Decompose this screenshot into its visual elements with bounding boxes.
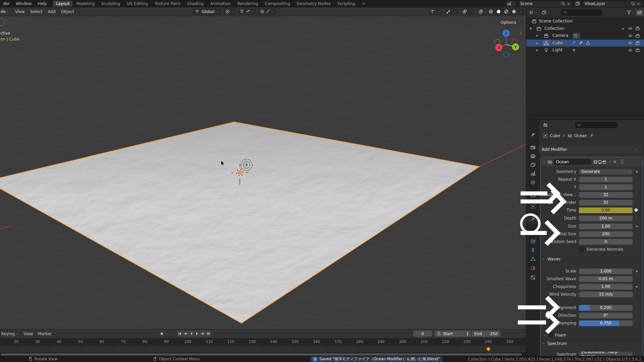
field-render[interactable]: 32 — [579, 200, 633, 205]
camera-restrict-icon[interactable] — [635, 34, 640, 38]
timeline-menu-marker[interactable]: Marker — [36, 331, 54, 336]
workspace-tab-rendering[interactable]: Rendering — [234, 1, 261, 7]
gizmos-toggle[interactable] — [445, 8, 459, 15]
workspace-tab--[interactable]: + — [359, 1, 368, 7]
frame-start-field[interactable]: Start 1 — [435, 330, 471, 337]
scene-selector[interactable]: Scene — [519, 1, 572, 7]
disclosure-down-icon[interactable]: ▼ — [530, 27, 532, 30]
viewport-menu-view[interactable]: View — [12, 9, 27, 14]
properties-tab-output[interactable] — [526, 152, 540, 161]
current-frame-field[interactable]: 0 — [413, 330, 432, 337]
outliner-search[interactable] — [561, 9, 602, 15]
outliner-row-cube[interactable]: ▶Cube — [526, 40, 644, 47]
outliner-filter-button[interactable] — [627, 10, 635, 15]
modifier-name-field[interactable]: Ocean — [554, 159, 591, 165]
chevron-down-icon[interactable] — [469, 8, 475, 15]
box-plus-icon[interactable] — [637, 10, 642, 15]
scene-icon[interactable] — [507, 1, 512, 6]
properties-tab-tool[interactable] — [526, 130, 540, 139]
close-x-icon[interactable] — [567, 2, 571, 6]
timeline-menu-view[interactable]: View — [21, 331, 35, 336]
dropdown-spectrum[interactable]: Established...harp Peaks) — [579, 352, 633, 356]
field-spatial-size[interactable]: 200 — [579, 231, 633, 237]
timeline-menu-keying[interactable]: Keying — [0, 331, 21, 336]
field-random-seed[interactable]: 0 — [579, 239, 633, 245]
topbar-menu-der[interactable]: der — [0, 1, 13, 6]
jump-to-end-button[interactable] — [206, 330, 211, 337]
options-button[interactable]: Options — [498, 19, 523, 26]
shade-solid-icon[interactable] — [495, 8, 502, 15]
properties-search-input[interactable] — [583, 123, 609, 127]
timeline-ruler[interactable]: 2030405060708090100110120130140150160170… — [0, 338, 526, 346]
transform-orientation-button[interactable]: Global — [193, 8, 221, 15]
workspace-tab-animation[interactable]: Animation — [207, 1, 234, 7]
prev-keyframe-button[interactable] — [183, 330, 189, 337]
eye-icon[interactable] — [628, 34, 633, 38]
close-x-icon[interactable] — [613, 160, 617, 164]
breadcrumb-modifier[interactable]: Ocean — [574, 133, 587, 138]
disclosure-right-icon[interactable]: ▶ — [536, 34, 538, 37]
camera-restrict-icon[interactable] — [635, 48, 640, 53]
outliner-row-scene-collection[interactable]: Scene Collection — [526, 18, 644, 25]
outliner-search-input[interactable] — [569, 10, 595, 15]
animate-decorator-dot[interactable] — [636, 226, 638, 227]
disclosure-right-icon[interactable]: ▶ — [536, 42, 538, 45]
eye-icon[interactable] — [628, 26, 633, 31]
chevron-down-icon[interactable] — [166, 332, 169, 336]
modifier-drag-handle[interactable] — [621, 160, 624, 164]
foam-checkbox[interactable] — [549, 333, 553, 338]
outliner-row-camera[interactable]: ▶Camera — [526, 32, 644, 39]
timeline-track[interactable] — [0, 346, 526, 353]
next-keyframe-button[interactable] — [200, 330, 206, 337]
chevron-down-icon[interactable] — [608, 160, 611, 164]
checkbox-generate-normals[interactable] — [580, 247, 584, 251]
animate-decorator-dot[interactable] — [636, 171, 638, 173]
close-x-icon[interactable] — [637, 2, 640, 6]
field-alignment[interactable]: 0.200 — [579, 305, 633, 311]
chevron-down-icon[interactable] — [620, 123, 623, 127]
properties-search[interactable] — [575, 122, 618, 128]
proportional-edit-button[interactable] — [258, 8, 276, 15]
field-size[interactable]: 1.00 — [579, 224, 633, 229]
xray-toggle[interactable] — [477, 8, 485, 15]
workspace-tab-texture-paint[interactable]: Texture Paint — [152, 1, 183, 7]
jump-to-start-button[interactable] — [177, 330, 183, 337]
field-wind-velocity[interactable]: 15 m/s — [579, 292, 633, 297]
animate-decorator-dot[interactable] — [636, 270, 638, 272]
workspace-tab-layout[interactable]: Layout — [53, 1, 73, 7]
shade-material-icon[interactable] — [502, 8, 510, 15]
disclosure-right-icon[interactable]: ▶ — [536, 49, 538, 52]
chevron-down-icon[interactable] — [436, 8, 442, 15]
properties-tab-object-data[interactable] — [526, 254, 540, 263]
eye-icon[interactable] — [628, 48, 633, 53]
scene-browse-button[interactable] — [506, 1, 517, 7]
chevron-down-icon[interactable] — [452, 8, 459, 15]
outliner-row-light[interactable]: ▶Light — [526, 47, 644, 54]
properties-editor-type-button[interactable] — [542, 122, 553, 128]
auto-keying-button[interactable] — [159, 330, 165, 337]
show-object-types-button[interactable] — [429, 8, 442, 15]
copy-dup-icon[interactable] — [561, 2, 565, 6]
chevron-down-icon[interactable] — [518, 8, 524, 15]
chevron-down-icon[interactable] — [542, 160, 546, 164]
field-repeat-x[interactable]: 1 — [579, 177, 633, 182]
field-direction[interactable]: 0° — [579, 313, 633, 318]
modifier-panel-header[interactable]: Ocean — [541, 158, 643, 167]
viewport-menu-add[interactable]: Add — [45, 9, 58, 14]
sidebar-collapse-icon[interactable]: ‹ — [520, 31, 522, 36]
play-reverse-button[interactable] — [189, 330, 194, 337]
properties-tab-render[interactable] — [526, 143, 540, 152]
workspace-tab-shading[interactable]: Shading — [184, 1, 207, 7]
chevron-down-icon[interactable] — [512, 2, 516, 5]
view-layer-selector[interactable]: ViewLayer — [583, 1, 642, 7]
workspace-tab-sculpting[interactable]: Sculpting — [98, 1, 123, 7]
pin-icon[interactable] — [589, 133, 594, 138]
overlays-toggle[interactable] — [461, 8, 475, 15]
outliner-display-mode-button[interactable] — [528, 9, 539, 16]
outliner-row-collection[interactable]: ▼Collection — [526, 25, 644, 32]
collection-checkbox[interactable] — [621, 26, 625, 31]
active-tool-icon[interactable] — [0, 18, 4, 26]
timeline-scrollbar[interactable] — [1, 353, 522, 356]
workspace-tab-scripting[interactable]: Scripting — [334, 1, 358, 7]
frame-end-field[interactable]: End 250 — [472, 330, 500, 337]
